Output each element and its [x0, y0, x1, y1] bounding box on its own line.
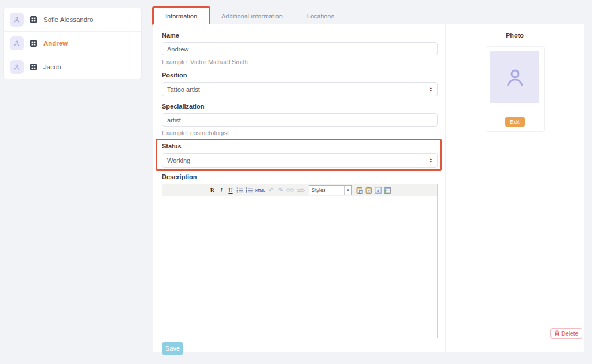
chevron-down-icon: ▼	[344, 186, 352, 195]
trash-icon	[554, 330, 560, 336]
select-all-icon[interactable]: a	[375, 187, 382, 194]
edit-photo-button[interactable]: Edit	[505, 117, 525, 127]
underline-icon[interactable]: U	[227, 187, 234, 194]
status-select[interactable]: Working ▲▼	[162, 153, 438, 168]
link-icon[interactable]	[286, 188, 294, 192]
description-editor: B I U HTML ↶ ↷	[162, 184, 438, 338]
description-label: Description	[162, 173, 438, 180]
delete-button[interactable]: Delete	[550, 328, 582, 339]
position-select[interactable]: Tattoo artist ▲▼	[162, 82, 438, 96]
redo-icon[interactable]: ↷	[277, 187, 284, 194]
styles-dropdown[interactable]: Styles ▼	[309, 185, 352, 195]
staff-row-sofie[interactable]: Sofie Alessandro	[4, 8, 141, 32]
status-label: Status	[162, 143, 438, 150]
drag-handle-icon[interactable]	[30, 64, 37, 70]
paste-from-word-icon[interactable]	[365, 187, 372, 194]
person-avatar-icon	[10, 13, 24, 27]
status-select-value: Working	[167, 157, 190, 164]
photo-section: Photo Edit	[446, 24, 584, 352]
tab-additional-information[interactable]: Additional information	[209, 8, 295, 24]
editor-toolbar: B I U HTML ↶ ↷	[162, 184, 437, 196]
person-icon	[503, 65, 527, 90]
photo-title: Photo	[446, 32, 584, 39]
status-field-group: Status Working ▲▼	[162, 143, 438, 168]
select-spinner-icon: ▲▼	[430, 87, 432, 92]
information-form: Name Example: Victor Michael Smith Posit…	[153, 24, 446, 352]
bullet-list-icon[interactable]	[236, 187, 243, 193]
name-input[interactable]	[162, 42, 438, 55]
drag-handle-icon[interactable]	[30, 16, 37, 23]
table-icon[interactable]	[384, 187, 391, 194]
specialization-helper-text: Example: cosmetologist	[162, 129, 438, 136]
name-label: Name	[162, 32, 438, 39]
html-source-icon[interactable]: HTML	[255, 188, 265, 192]
person-avatar-icon	[10, 60, 24, 74]
photo-placeholder	[490, 51, 539, 103]
photo-card: Edit	[486, 46, 545, 132]
select-spinner-icon: ▲▼	[430, 158, 432, 163]
staff-name: Jacob	[43, 64, 61, 70]
staff-name: Sofie Alessandro	[43, 16, 93, 23]
tab-bar: Information Additional information Locat…	[153, 8, 346, 24]
description-editor-body[interactable]	[162, 196, 437, 339]
tab-locations[interactable]: Locations	[295, 8, 346, 24]
unlink-icon[interactable]	[297, 188, 305, 193]
styles-dropdown-value: Styles	[309, 187, 344, 193]
person-avatar-icon	[10, 36, 24, 50]
position-select-value: Tattoo artist	[167, 86, 200, 93]
save-button[interactable]: Save	[162, 342, 183, 355]
bold-icon[interactable]: B	[209, 187, 216, 194]
staff-row-andrew[interactable]: Andrew	[4, 32, 141, 55]
paste-icon[interactable]	[356, 187, 363, 194]
staff-name: Andrew	[43, 40, 68, 47]
specialization-label: Specialization	[162, 103, 438, 110]
undo-icon[interactable]: ↶	[268, 187, 275, 194]
name-helper-text: Example: Victor Michael Smith	[162, 58, 438, 65]
delete-button-label: Delete	[561, 330, 578, 337]
staff-list: Sofie Alessandro Andrew Jacob	[3, 8, 142, 79]
position-label: Position	[162, 72, 438, 79]
numbered-list-icon[interactable]	[246, 187, 253, 193]
drag-handle-icon[interactable]	[30, 40, 37, 47]
specialization-input[interactable]	[162, 113, 438, 127]
staff-row-jacob[interactable]: Jacob	[4, 55, 141, 79]
svg-text:a: a	[377, 187, 379, 193]
italic-icon[interactable]: I	[218, 187, 225, 194]
tab-information[interactable]: Information	[153, 8, 209, 24]
main-panel: Name Example: Victor Michael Smith Posit…	[153, 24, 584, 352]
